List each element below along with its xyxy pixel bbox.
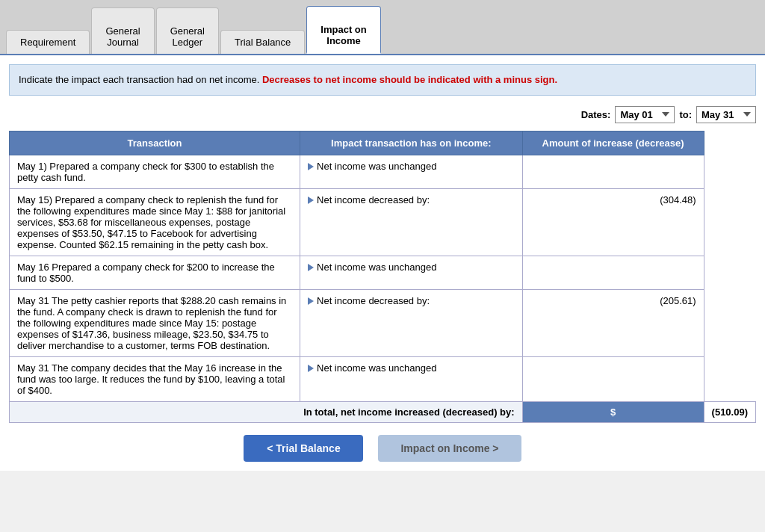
total-row: In total, net income increased (decrease… <box>10 401 756 422</box>
col-header-amount: Amount of increase (decrease) <box>522 131 704 155</box>
arrow-icon <box>308 297 314 305</box>
total-amount-cell: (510.09) <box>704 401 755 422</box>
tab-requirement[interactable]: Requirement <box>6 30 90 54</box>
bottom-buttons: < Trial Balance Impact on Income > <box>9 435 756 462</box>
date-from-select[interactable]: May 01 <box>615 106 675 123</box>
instruction-text: Indicate the impact each transaction had… <box>19 74 259 85</box>
tab-trial-balance[interactable]: Trial Balance <box>220 30 305 54</box>
amount-cell <box>522 256 704 289</box>
date-to-select[interactable]: May 31 <box>696 106 756 123</box>
table-row: May 31 The company decides that the May … <box>10 356 756 401</box>
arrow-icon <box>308 365 314 372</box>
impact-table: Transaction Impact transaction has on in… <box>9 131 756 423</box>
table-row: May 15) Prepared a company check to repl… <box>10 188 756 256</box>
impact-cell: Net income was unchanged <box>300 256 523 289</box>
instruction-box: Indicate the impact each transaction had… <box>9 64 756 96</box>
amount-cell <box>522 356 704 401</box>
prev-button[interactable]: < Trial Balance <box>244 435 363 462</box>
transaction-cell: May 16 Prepared a company check for $200… <box>10 256 300 289</box>
amount-cell: (304.48) <box>522 188 704 256</box>
arrow-icon <box>308 163 314 170</box>
transaction-cell: May 31 The company decides that the May … <box>10 356 300 401</box>
impact-cell: Net income decreased by: <box>300 188 523 256</box>
total-label-cell: In total, net income increased (decrease… <box>10 401 523 422</box>
transaction-cell: May 31 The petty cashier reports that $2… <box>10 289 300 356</box>
col-header-impact: Impact transaction has on income: <box>300 131 523 155</box>
arrow-icon <box>308 264 314 271</box>
arrow-icon <box>308 197 314 204</box>
amount-cell: (205.61) <box>522 289 704 356</box>
col-header-transaction: Transaction <box>10 131 300 155</box>
tab-general-ledger[interactable]: GeneralLedger <box>156 7 219 54</box>
transaction-cell: May 1) Prepared a company check for $300… <box>10 155 300 188</box>
table-row: May 16 Prepared a company check for $200… <box>10 256 756 289</box>
instruction-highlight: Decreases to net income should be indica… <box>262 74 557 85</box>
date-filter-row: Dates: May 01 to: May 31 <box>9 106 756 123</box>
impact-cell: Net income was unchanged <box>300 356 523 401</box>
table-row: May 1) Prepared a company check for $300… <box>10 155 756 188</box>
transaction-cell: May 15) Prepared a company check to repl… <box>10 188 300 256</box>
dates-label: Dates: <box>581 109 611 120</box>
impact-cell: Net income was unchanged <box>300 155 523 188</box>
next-button: Impact on Income > <box>378 435 521 462</box>
amount-cell <box>522 155 704 188</box>
impact-cell: Net income decreased by: <box>300 289 523 356</box>
to-label: to: <box>679 109 692 120</box>
main-content: Indicate the impact each transaction had… <box>0 55 765 471</box>
tabs-bar: Requirement GeneralJournal GeneralLedger… <box>0 0 765 55</box>
table-row: May 31 The petty cashier reports that $2… <box>10 289 756 356</box>
total-dollar-cell: $ <box>522 401 704 422</box>
tab-impact-income[interactable]: Impact onIncome <box>306 6 380 54</box>
tab-general-journal[interactable]: GeneralJournal <box>91 7 154 54</box>
